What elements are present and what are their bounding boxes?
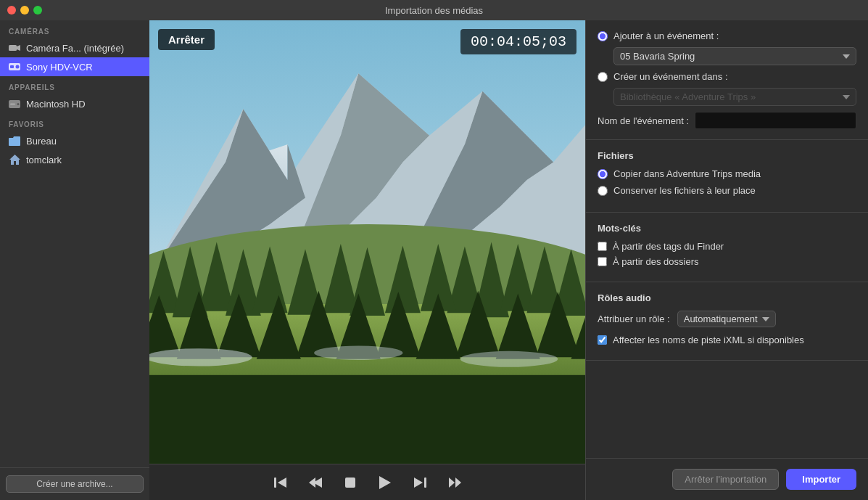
copy-files-radio[interactable] (598, 169, 608, 179)
stop-icon (345, 478, 355, 488)
svg-marker-56 (414, 478, 423, 488)
event-name-input[interactable] (695, 112, 856, 129)
panel-bottom-buttons: Arrêter l'importation Importer (586, 458, 868, 500)
svg-point-4 (16, 65, 20, 69)
library-dropdown[interactable]: Bibliothèque « Adventure Trips » (613, 88, 856, 106)
folder-icon (9, 135, 20, 147)
svg-rect-7 (10, 103, 15, 104)
sidebar: CAMÉRAS Caméra Fa... (intégrée) Sony HDV… (0, 20, 149, 500)
video-controls (149, 464, 585, 500)
svg-marker-55 (379, 476, 391, 489)
stop-button[interactable] (339, 472, 361, 493)
add-event-radio[interactable] (598, 31, 608, 41)
svg-point-50 (460, 351, 558, 367)
sidebar-item-label-bureau: Bureau (26, 136, 57, 147)
finder-tags-checkbox[interactable] (598, 242, 607, 251)
role-dropdown[interactable]: Automatiquement Dialogue Effets Musique (677, 311, 776, 327)
video-preview: Arrêter 00:04:05;03 (149, 20, 585, 464)
audio-roles-title: Rôles audio (598, 292, 856, 303)
copy-files-row: Copier dans Adventure Trips media (598, 168, 856, 179)
create-event-label: Créer un événement dans : (613, 71, 728, 82)
files-section-title: Fichiers (598, 150, 856, 161)
skip-to-start-button[interactable] (270, 472, 292, 493)
sidebar-bottom: Créer une archive... (0, 467, 149, 500)
event-name-row: Nom de l'événement : (598, 112, 856, 129)
panel-spacer (586, 361, 868, 458)
sidebar-item-label-tomclark: tomclark (26, 155, 62, 165)
add-event-row: Ajouter à un événement : (598, 30, 856, 41)
create-event-row: Créer un événement dans : (598, 71, 856, 82)
home-icon (9, 154, 20, 165)
main-content: CAMÉRAS Caméra Fa... (intégrée) Sony HDV… (0, 20, 868, 500)
folders-label: À partir des dossiers (613, 256, 699, 267)
sidebar-item-tomclark[interactable]: tomclark (0, 150, 149, 169)
keywords-section-title: Mots-clés (598, 223, 856, 234)
traffic-lights (7, 6, 42, 15)
ixml-checkbox[interactable] (598, 335, 607, 345)
play-button[interactable] (374, 472, 396, 493)
import-button[interactable]: Importer (786, 469, 856, 490)
svg-marker-8 (9, 155, 20, 165)
audio-roles-section: Rôles audio Attribuer un rôle : Automati… (586, 282, 868, 361)
close-button[interactable] (7, 6, 16, 15)
add-event-label: Ajouter à un événement : (613, 30, 719, 41)
event-name-label: Nom de l'événement : (598, 115, 689, 126)
role-row: Attribuer un rôle : Automatiquement Dial… (598, 311, 856, 327)
event-dropdown[interactable]: 05 Bavaria Spring (613, 47, 856, 65)
favorites-section-label: FAVORIS (0, 113, 149, 131)
keep-files-label: Conserver les fichiers à leur place (613, 185, 756, 196)
svg-rect-3 (10, 65, 14, 68)
keep-files-row: Conserver les fichiers à leur place (598, 185, 856, 196)
svg-marker-52 (278, 478, 286, 488)
skip-last-button[interactable] (444, 472, 466, 493)
titlebar: Importation des médias (0, 0, 868, 20)
svg-rect-0 (9, 45, 17, 51)
stop-overlay-button[interactable]: Arrêter (158, 29, 215, 50)
maximize-button[interactable] (33, 6, 42, 15)
hdd-icon (9, 98, 20, 110)
sidebar-item-macintosh-hd[interactable]: Macintosh HD (0, 94, 149, 113)
library-dropdown-row: Bibliothèque « Adventure Trips » (613, 88, 856, 106)
svg-marker-54 (309, 478, 315, 488)
files-section: Fichiers Copier dans Adventure Trips med… (586, 140, 868, 213)
timecode-display: 00:04:05;03 (460, 29, 576, 54)
svg-point-49 (314, 345, 402, 360)
sidebar-item-label-sony: Sony HDV-VCR (26, 62, 93, 73)
svg-marker-1 (17, 45, 20, 51)
camera-icon (9, 42, 20, 54)
create-event-radio[interactable] (598, 72, 608, 82)
cameras-section-label: CAMÉRAS (0, 20, 149, 38)
svg-rect-51 (274, 478, 276, 488)
sidebar-item-sony-hdv-vcr[interactable]: Sony HDV-VCR (0, 57, 149, 76)
keep-files-radio[interactable] (598, 186, 608, 196)
sidebar-item-label-camera-fa: Caméra Fa... (intégrée) (26, 43, 124, 54)
devices-section-label: APPAREILS (0, 76, 149, 94)
create-archive-button[interactable]: Créer une archive... (6, 475, 144, 493)
svg-rect-47 (149, 375, 585, 464)
svg-point-6 (17, 103, 20, 105)
event-section: Ajouter à un événement : 05 Bavaria Spri… (586, 20, 868, 140)
sidebar-item-bureau[interactable]: Bureau (0, 131, 149, 150)
copy-files-label: Copier dans Adventure Trips media (613, 168, 761, 179)
finder-tags-label: À partir des tags du Finder (613, 241, 724, 252)
ixml-row: Affecter les noms de piste iXML si dispo… (598, 335, 856, 345)
keywords-section: Mots-clés À partir des tags du Finder À … (586, 213, 868, 282)
ixml-label: Affecter les noms de piste iXML si dispo… (613, 335, 804, 345)
sidebar-item-camera-fa[interactable]: Caméra Fa... (intégrée) (0, 38, 149, 57)
skip-to-end-button[interactable] (409, 472, 431, 493)
svg-rect-57 (424, 478, 426, 488)
vcr-icon (9, 61, 20, 73)
sidebar-item-label-macintosh: Macintosh HD (26, 99, 86, 110)
minimize-button[interactable] (20, 6, 29, 15)
svg-marker-58 (449, 478, 455, 488)
folders-checkbox[interactable] (598, 257, 607, 266)
finder-tags-row: À partir des tags du Finder (598, 241, 856, 252)
window-title: Importation des médias (385, 5, 483, 16)
step-back-button[interactable] (305, 472, 326, 493)
svg-marker-59 (455, 478, 461, 488)
video-area: Arrêter 00:04:05;03 (149, 20, 585, 500)
svg-point-48 (149, 348, 252, 366)
stop-import-button[interactable]: Arrêter l'importation (672, 469, 779, 490)
event-dropdown-row: 05 Bavaria Spring (613, 47, 856, 65)
right-panel: Ajouter à un événement : 05 Bavaria Spri… (585, 20, 868, 500)
